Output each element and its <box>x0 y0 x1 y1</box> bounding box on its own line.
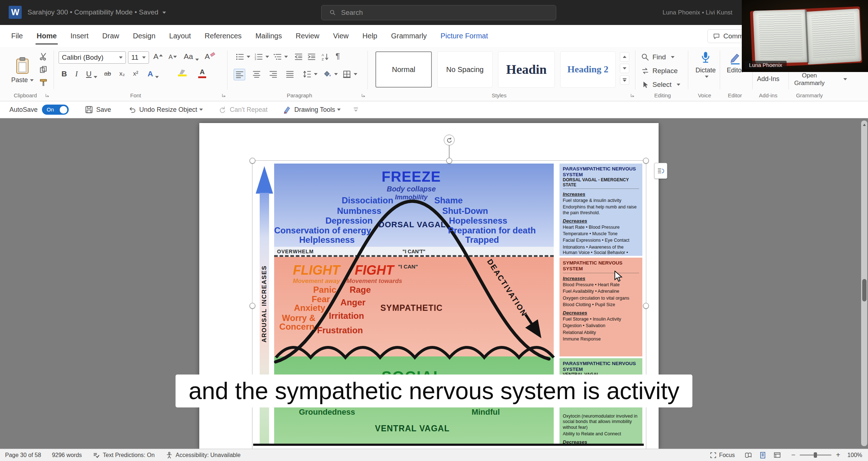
word-count[interactable]: 9296 words <box>52 452 82 458</box>
shading-button[interactable] <box>322 69 339 80</box>
save-button[interactable]: Save <box>96 106 111 114</box>
highlight-button[interactable] <box>178 69 187 76</box>
drawing-tools-button[interactable]: Drawing Tools <box>294 106 335 114</box>
menu-tab-home[interactable]: Home <box>30 25 64 47</box>
superscript-button[interactable]: x² <box>133 70 138 77</box>
style-heading-2[interactable]: Heading 2 <box>560 51 616 88</box>
search-input[interactable]: Search <box>321 5 556 20</box>
scroll-up-icon[interactable] <box>863 123 866 126</box>
page-indicator[interactable]: Page 30 of 58 <box>5 452 41 458</box>
focus-button[interactable]: Focus <box>710 452 735 458</box>
select-button[interactable]: Select <box>641 79 680 90</box>
open-grammarly-button[interactable]: Open Grammarly <box>794 72 825 87</box>
clear-formatting-button[interactable]: A <box>205 52 215 61</box>
multilevel-list-button[interactable] <box>272 51 289 62</box>
menu-tab-review[interactable]: Review <box>289 25 326 47</box>
increase-indent-button[interactable] <box>306 51 317 62</box>
paragraph-launcher[interactable] <box>361 93 366 98</box>
borders-button[interactable] <box>341 69 358 80</box>
add-ins-button[interactable]: Add-Ins <box>757 75 779 83</box>
drawing-tools-icon[interactable] <box>283 105 292 114</box>
clipboard-launcher[interactable] <box>45 93 50 98</box>
style-normal[interactable]: Normal <box>375 51 432 88</box>
zoom-out-icon[interactable]: − <box>791 451 796 459</box>
menu-tab-view[interactable]: View <box>326 25 356 47</box>
autosave-label: AutoSave <box>9 106 38 114</box>
font-name-select[interactable]: Calibri (Body) <box>59 51 126 64</box>
underline-button[interactable]: U <box>86 69 97 78</box>
layout-options-button[interactable] <box>654 163 667 179</box>
zoom-level[interactable]: 100% <box>847 452 862 458</box>
align-center-button[interactable] <box>251 69 262 80</box>
scrollbar-thumb[interactable] <box>862 279 867 301</box>
resize-handle-top-left[interactable] <box>250 158 255 164</box>
change-case-button[interactable]: Aa <box>184 52 199 61</box>
strikethrough-button[interactable]: ab <box>104 70 111 77</box>
read-mode-icon[interactable] <box>744 451 752 459</box>
styles-gallery-down[interactable] <box>620 64 629 73</box>
pilcrow-button[interactable]: ¶ <box>336 51 340 61</box>
bold-button[interactable]: B <box>61 69 67 78</box>
spellcheck-icon[interactable] <box>93 452 100 459</box>
subscript-button[interactable]: x₂ <box>119 70 125 77</box>
bullets-button[interactable] <box>234 51 251 62</box>
grow-font-button[interactable]: A <box>153 52 163 61</box>
webcam-video-overlay[interactable]: Luna Phoenix <box>742 0 868 72</box>
menu-tab-file[interactable]: File <box>4 25 30 47</box>
zoom-in-icon[interactable]: + <box>836 451 840 459</box>
menu-tab-design[interactable]: Design <box>126 25 162 47</box>
style-no-spacing[interactable]: No Spacing <box>437 51 493 88</box>
zoom-slider-thumb[interactable] <box>814 452 817 458</box>
copy-button[interactable] <box>38 64 48 75</box>
dictate-button[interactable]: Dictate <box>693 51 718 78</box>
justify-button[interactable] <box>284 69 295 80</box>
paste-button[interactable]: Paste <box>9 50 35 90</box>
shrink-font-button[interactable]: A <box>169 54 177 61</box>
menu-tab-layout[interactable]: Layout <box>162 25 198 47</box>
numbering-button[interactable]: 123 <box>253 51 270 62</box>
save-icon[interactable] <box>85 105 93 114</box>
cut-button[interactable] <box>38 51 48 62</box>
print-layout-icon[interactable] <box>759 451 767 459</box>
accessibility-status[interactable]: Accessibility: Unavailable <box>176 452 241 458</box>
decrease-indent-button[interactable] <box>293 51 304 62</box>
accessibility-icon[interactable] <box>166 452 173 459</box>
styles-launcher[interactable] <box>630 93 635 98</box>
web-layout-icon[interactable] <box>773 451 781 459</box>
styles-gallery-up[interactable] <box>620 52 629 62</box>
format-painter-button[interactable] <box>38 77 48 88</box>
resize-handle-top-center[interactable] <box>446 158 452 164</box>
align-left-button[interactable] <box>234 69 245 80</box>
resize-handle-middle-left[interactable] <box>250 303 255 309</box>
sort-button[interactable]: AZ <box>320 51 331 62</box>
menu-tab-references[interactable]: References <box>198 25 248 47</box>
vertical-scrollbar[interactable] <box>861 120 867 446</box>
resize-handle-top-right[interactable] <box>643 158 649 164</box>
text-effects-button[interactable]: A <box>148 69 159 78</box>
menu-tab-grammarly[interactable]: Grammarly <box>384 25 434 47</box>
menu-tab-help[interactable]: Help <box>356 25 384 47</box>
style-heading-1[interactable]: Headin <box>498 51 555 88</box>
toolbar-overflow-icon[interactable] <box>353 107 359 113</box>
menu-tab-picture-format[interactable]: Picture Format <box>434 25 495 47</box>
paragraph-group-label: Paragraph <box>287 92 312 98</box>
menu-tab-draw[interactable]: Draw <box>95 25 126 47</box>
font-size-select[interactable]: 11 <box>128 51 149 64</box>
undo-icon[interactable] <box>128 105 136 114</box>
undo-button[interactable]: Undo Resize Object <box>139 106 197 114</box>
font-launcher[interactable] <box>221 93 226 98</box>
menu-tab-mailings[interactable]: Mailings <box>248 25 289 47</box>
font-color-button[interactable]: A <box>198 68 206 78</box>
line-spacing-button[interactable] <box>302 69 319 80</box>
find-button[interactable]: Find <box>641 51 675 63</box>
resize-handle-middle-right[interactable] <box>643 303 649 309</box>
text-predictions[interactable]: Text Predictions: On <box>103 452 154 458</box>
rotate-handle-icon[interactable] <box>444 135 455 145</box>
align-right-button[interactable] <box>268 69 278 80</box>
autosave-toggle[interactable]: On <box>42 105 69 115</box>
replace-button[interactable]: Replace <box>641 65 678 77</box>
zoom-slider[interactable] <box>800 454 831 456</box>
italic-button[interactable]: I <box>75 69 78 79</box>
styles-gallery-more[interactable] <box>620 75 629 85</box>
menu-tab-insert[interactable]: Insert <box>64 25 95 47</box>
